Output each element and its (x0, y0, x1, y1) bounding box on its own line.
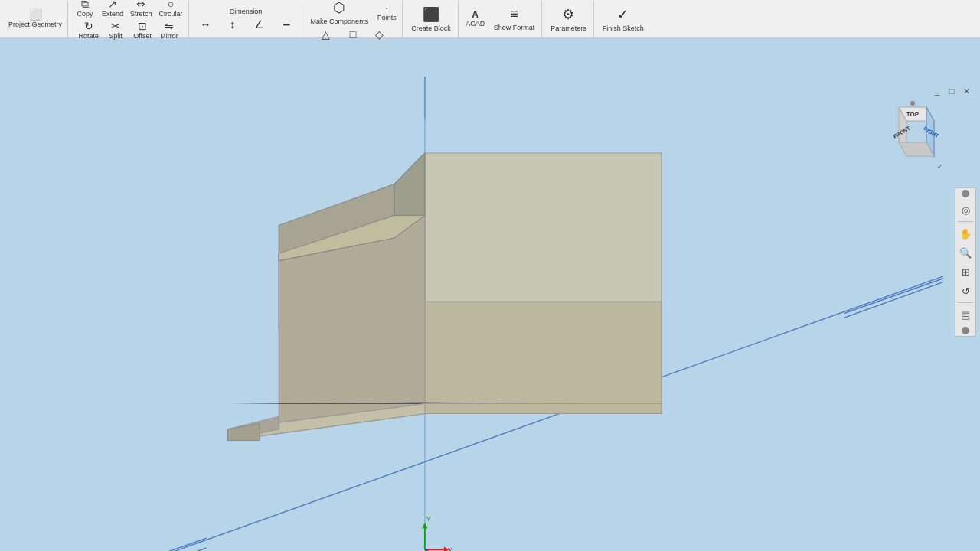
zoom-extents-button[interactable]: ⊞ (956, 262, 975, 281)
toolbar: ⬜ Project Geometry ⧉ Copy ↗ Extend ⇔ Str… (0, 0, 980, 38)
svg-marker-13 (426, 302, 662, 403)
make-components-icon: ⬡ (333, 0, 345, 16)
svg-marker-40 (279, 215, 395, 267)
stretch-icon: ⇔ (136, 0, 145, 9)
svg-marker-12 (426, 152, 662, 302)
maximize-button[interactable]: □ (946, 86, 958, 96)
svg-marker-26 (229, 403, 426, 452)
svg-marker-10 (228, 403, 425, 455)
offset-icon: ⊡ (138, 21, 147, 31)
svg-marker-33 (425, 302, 662, 403)
svg-marker-37 (394, 215, 425, 303)
orbit-button[interactable]: ↺ (956, 282, 975, 300)
dim-angle-button[interactable]: ∠ (247, 18, 272, 31)
acad-button[interactable]: A ACAD (463, 9, 488, 28)
parameters-button[interactable]: ⚙ Parameters (547, 5, 590, 34)
svg-marker-35 (279, 302, 425, 430)
circular-button[interactable]: ○ Circular (157, 0, 185, 18)
extend-button[interactable]: ↗ Extend (100, 0, 126, 18)
svg-marker-25 (229, 403, 661, 414)
svg-marker-47 (425, 302, 662, 403)
dim-angle-icon: ∠ (254, 19, 264, 30)
svg-marker-32 (425, 153, 662, 302)
svg-marker-51 (279, 184, 394, 261)
points-icon: · (385, 2, 388, 13)
view-cube[interactable]: TOP FRONT RIGHT ↙ (877, 101, 948, 171)
svg-marker-49 (279, 184, 425, 329)
rt-close-dot[interactable] (962, 190, 969, 197)
toolbar-group-finish-sketch: ✓ Finish Sketch (596, 1, 651, 37)
svg-marker-5 (394, 153, 425, 215)
svg-marker-28 (229, 381, 281, 452)
svg-text:X: X (447, 546, 452, 551)
show-format-button[interactable]: ≡ Show Format (490, 5, 539, 33)
dim-line-button[interactable]: ━ (274, 18, 299, 31)
svg-marker-60 (444, 546, 449, 551)
rotate-button[interactable]: ↻ Rotate (77, 20, 102, 41)
dim-line-icon: ━ (283, 19, 289, 30)
copy-button[interactable]: ⧉ Copy (73, 0, 97, 18)
minimize-button[interactable]: _ (931, 86, 943, 96)
dim-vert-button[interactable]: ↕ (220, 18, 245, 31)
acad-icon: A (472, 10, 479, 19)
svg-marker-19 (396, 153, 426, 215)
svg-marker-4 (425, 153, 660, 302)
svg-marker-3 (390, 151, 423, 218)
svg-text:Y: Y (426, 515, 431, 523)
zoom-window-button[interactable]: 🔍 (956, 243, 975, 262)
target-button[interactable]: ◎ (956, 201, 975, 219)
svg-rect-42 (207, 119, 844, 551)
toolbar-group-create-block: ⬛ Create Block (404, 1, 459, 37)
shape1-button[interactable]: △ (314, 28, 338, 41)
project-geometry-button[interactable]: ⬜ Project Geometry (6, 8, 64, 29)
toolbar-group-acad: A ACAD ≡ Show Format (460, 1, 543, 37)
layers-button[interactable]: ▤ (956, 305, 975, 324)
rotate-icon: ↻ (84, 21, 93, 31)
create-block-button[interactable]: ⬛ Create Block (407, 5, 455, 34)
svg-marker-9 (228, 403, 425, 455)
dim-horz-button[interactable]: ↔ (194, 18, 218, 31)
svg-marker-41 (279, 215, 425, 267)
svg-marker-15 (396, 152, 426, 218)
pan-button[interactable]: ✋ (956, 224, 975, 243)
toolbar-group-components: ⬡ Make Components · Points △ □ ◇ (304, 1, 403, 37)
svg-marker-36 (279, 215, 425, 328)
shape3-button[interactable]: ◇ (368, 28, 392, 41)
finish-sketch-button[interactable]: ✓ Finish Sketch (599, 5, 648, 34)
svg-line-31 (150, 279, 943, 551)
svg-marker-45 (425, 153, 662, 302)
svg-marker-23 (281, 215, 426, 328)
svg-marker-55 (228, 404, 662, 441)
viewport[interactable]: X Y Z TOP FRONT RIGHT ↙ _ (0, 38, 980, 551)
toolbar-group-parameters: ⚙ Parameters (544, 1, 594, 37)
shape2-icon: □ (350, 29, 356, 40)
points-button[interactable]: · Points (374, 2, 399, 22)
svg-line-0 (178, 282, 943, 551)
svg-marker-48 (279, 153, 425, 328)
rt-divider2 (958, 302, 973, 303)
svg-marker-38 (395, 153, 425, 215)
svg-marker-57 (228, 416, 279, 440)
extend-icon: ↗ (108, 0, 117, 9)
svg-marker-16 (279, 217, 426, 329)
svg-marker-24 (281, 215, 396, 264)
svg-marker-50 (279, 215, 425, 429)
window-controls: _ □ ✕ (931, 86, 972, 96)
shape1-icon: △ (322, 29, 330, 40)
svg-marker-7 (425, 302, 660, 402)
svg-marker-58 (228, 423, 260, 440)
svg-marker-27 (229, 403, 661, 452)
split-button[interactable]: ✂ Split (103, 20, 128, 41)
stretch-button[interactable]: ⇔ Stretch (128, 0, 155, 18)
finish-sketch-icon: ✓ (617, 6, 629, 23)
copy-icon: ⧉ (81, 0, 89, 9)
project-geometry-icon: ⬜ (29, 9, 42, 20)
offset-button[interactable]: ⊡ Offset (130, 20, 155, 41)
mirror-button[interactable]: ⇋ Mirror (157, 20, 181, 41)
make-components-button[interactable]: ⬡ Make Components (307, 0, 373, 27)
shape2-button[interactable]: □ (341, 28, 365, 41)
shape3-icon: ◇ (375, 29, 384, 40)
close-button[interactable]: ✕ (960, 86, 972, 96)
rt-bottom-dot (962, 327, 969, 334)
toolbar-group-project: ⬜ Project Geometry (3, 1, 68, 37)
